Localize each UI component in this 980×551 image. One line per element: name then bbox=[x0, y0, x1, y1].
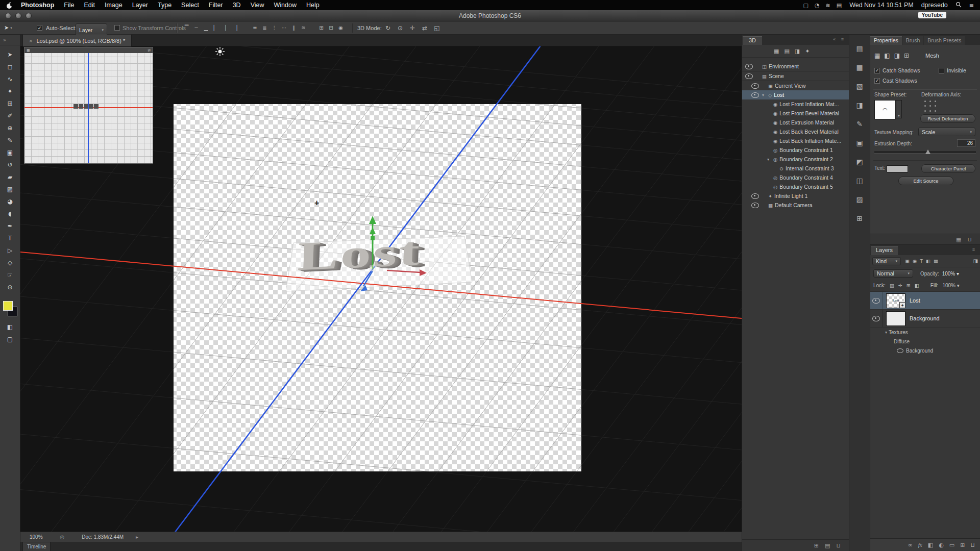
menu-status-icon-1[interactable]: ▢ bbox=[803, 2, 808, 9]
layer-visibility-eye-icon[interactable] bbox=[870, 310, 883, 327]
type-tool[interactable]: T bbox=[0, 232, 20, 244]
layer-filter-icon-3[interactable]: T bbox=[920, 258, 923, 264]
lock-icon-3[interactable]: ⊞ bbox=[906, 283, 911, 288]
align-icon-4[interactable]: ▏ bbox=[211, 25, 220, 31]
menu-item-photoshop[interactable]: Photoshop bbox=[21, 2, 54, 9]
document-canvas[interactable] bbox=[174, 104, 581, 471]
3d-filter-icon-4[interactable]: ✦ bbox=[805, 48, 810, 55]
3d-item-default-camera[interactable]: ▦Default Camera bbox=[742, 201, 849, 210]
menu-status-icon-3[interactable]: ≋ bbox=[826, 2, 830, 9]
timeline-tab[interactable]: Timeline bbox=[22, 542, 51, 551]
catch-shadows-checkbox[interactable]: ✓Catch Shadows bbox=[874, 67, 920, 73]
extrusion-depth-value[interactable]: 26 bbox=[957, 139, 975, 147]
tab-3d[interactable]: 3D bbox=[743, 36, 762, 45]
quick-mask-button[interactable]: ◧ bbox=[0, 321, 20, 333]
3d-mode-icon-2[interactable]: ⊙ bbox=[394, 24, 406, 32]
3d-item-lost-front-bevel-material[interactable]: ◉Lost Front Bevel Material bbox=[742, 109, 849, 118]
layers-footer-icon-7[interactable]: ⊔ bbox=[970, 542, 975, 548]
menu-item-edit[interactable]: Edit bbox=[84, 2, 95, 9]
align-icon-1[interactable]: ▔ bbox=[182, 25, 191, 31]
visibility-eye-icon[interactable] bbox=[745, 64, 753, 69]
visibility-eye-icon[interactable] bbox=[751, 83, 759, 89]
layer-name[interactable]: Background bbox=[910, 315, 940, 321]
3d-item-lost-back-inflation-mate[interactable]: ◉Lost Back Inflation Mate... bbox=[742, 136, 849, 145]
layer-name[interactable]: Lost bbox=[910, 297, 920, 304]
distribute-icon-6[interactable]: ≋ bbox=[299, 25, 308, 31]
3d-filter-icon-1[interactable]: ▦ bbox=[774, 48, 779, 55]
menu-item-help[interactable]: Help bbox=[306, 2, 320, 9]
blend-mode-dropdown[interactable]: Normal▾ bbox=[873, 269, 913, 278]
collapsed-panel-icon-7[interactable]: ◩ bbox=[849, 154, 870, 173]
invisible-checkbox[interactable]: Invisible bbox=[939, 67, 966, 73]
layer-thumbnail[interactable]: Lost ◆ bbox=[886, 293, 905, 308]
layers-footer-icon-2[interactable]: fx bbox=[918, 542, 922, 548]
menu-item-3d[interactable]: 3D bbox=[233, 2, 241, 9]
collapsed-panel-icon-2[interactable]: ▦ bbox=[849, 60, 870, 79]
distribute-icon-5[interactable]: ∥ bbox=[289, 25, 299, 31]
properties-footer-icon-2[interactable]: ⊔ bbox=[967, 236, 972, 243]
auto-align-icon-2[interactable]: ⊟ bbox=[326, 25, 336, 31]
3d-mode-icon-4[interactable]: ⇄ bbox=[419, 24, 431, 32]
expander-icon[interactable]: ▾ bbox=[884, 330, 889, 335]
3d-mode-icon-1[interactable]: ↻ bbox=[382, 24, 394, 32]
collapsed-panel-icon-9[interactable]: ▨ bbox=[849, 192, 870, 211]
mesh-view-icon-3[interactable]: ◨ bbox=[894, 52, 900, 59]
layer-filter-kind-dropdown[interactable]: Kind▾ bbox=[872, 257, 901, 265]
3d-mode-icon-3[interactable]: ✛ bbox=[406, 24, 419, 32]
layer-row-background[interactable]: Background bbox=[870, 310, 980, 328]
menu-item-filter[interactable]: Filter bbox=[209, 2, 223, 9]
layers-footer-icon-1[interactable]: ∞ bbox=[908, 542, 913, 548]
quick-selection-tool[interactable]: ✦ bbox=[0, 85, 20, 97]
visibility-eye-icon[interactable] bbox=[751, 193, 759, 199]
opacity-value[interactable]: 100% ▾ bbox=[942, 271, 959, 277]
texture-mapping-dropdown[interactable]: Scale▾ bbox=[918, 128, 975, 136]
marquee-tool[interactable]: ◻ bbox=[0, 61, 20, 73]
3d-item-boundary-constraint-2[interactable]: ▾◎Boundary Constraint 2 bbox=[742, 155, 849, 164]
properties-footer-icon-1[interactable]: ▦ bbox=[956, 236, 961, 243]
tab-properties[interactable]: Properties bbox=[870, 36, 902, 45]
healing-brush-tool[interactable]: ⊕ bbox=[0, 122, 20, 134]
layer-thumbnail[interactable] bbox=[886, 311, 905, 326]
tools-panel-collapse-icon[interactable]: » bbox=[0, 35, 20, 45]
3d-item-lost-back-bevel-material[interactable]: ◉Lost Back Bevel Material bbox=[742, 127, 849, 136]
hand-tool[interactable]: ☞ bbox=[0, 269, 20, 281]
deformation-axis-grid[interactable] bbox=[922, 99, 938, 113]
lock-icon-4[interactable]: ◧ bbox=[915, 283, 919, 288]
swap-views-icon[interactable]: ⇄ bbox=[148, 48, 151, 53]
3d-item-lost-front-inflation-mat[interactable]: ◉Lost Front Inflation Mat... bbox=[742, 99, 849, 109]
mesh-view-icon-2[interactable]: ◧ bbox=[884, 52, 890, 59]
layers-footer-icon-4[interactable]: ◐ bbox=[939, 542, 944, 548]
visibility-eye-icon[interactable] bbox=[745, 73, 753, 79]
edit-source-button[interactable]: Edit Source bbox=[898, 177, 953, 185]
brush-tool[interactable]: ✎ bbox=[0, 134, 20, 146]
align-icon-5[interactable]: │ bbox=[220, 25, 230, 31]
collapsed-panel-icon-5[interactable]: ✎ bbox=[849, 116, 870, 135]
textures-group-row[interactable]: ▾ Textures bbox=[870, 328, 980, 337]
align-icon-3[interactable]: ▁ bbox=[201, 25, 211, 31]
dodge-tool[interactable]: ◖ bbox=[0, 208, 20, 220]
layer-filter-icon-2[interactable]: ◉ bbox=[913, 258, 917, 264]
pen-tool[interactable]: ✒ bbox=[0, 220, 20, 232]
lasso-tool[interactable]: ∿ bbox=[0, 73, 20, 85]
3d-mode-icon-5[interactable]: ◱ bbox=[431, 24, 443, 32]
collapsed-panel-icon-6[interactable]: ▣ bbox=[849, 135, 870, 154]
layers-footer-icon-5[interactable]: ▭ bbox=[949, 542, 954, 548]
layers-menu-icon[interactable]: ≡ bbox=[972, 247, 977, 252]
gradient-tool[interactable]: ▨ bbox=[0, 183, 20, 195]
tab-close-icon[interactable]: × bbox=[29, 38, 32, 44]
collapsed-panel-icon-3[interactable]: ▧ bbox=[849, 79, 870, 97]
align-icon-2[interactable]: ─ bbox=[191, 25, 201, 31]
reset-deformation-button[interactable]: Reset Deformation bbox=[920, 114, 975, 123]
cast-shadows-checkbox[interactable]: ✓Cast Shadows bbox=[874, 78, 917, 84]
clone-stamp-tool[interactable]: ▣ bbox=[0, 146, 20, 159]
align-icon-6[interactable]: ▕ bbox=[230, 25, 240, 31]
menu-item-layer[interactable]: Layer bbox=[132, 2, 148, 9]
lock-icon-1[interactable]: ▨ bbox=[890, 283, 894, 288]
menu-user[interactable]: dpresedo bbox=[921, 2, 948, 9]
screen-mode-button[interactable]: ▢ bbox=[0, 333, 20, 345]
layer-filter-toggle-icon[interactable]: ◨ bbox=[973, 258, 978, 264]
layer-filter-icon-5[interactable]: ▦ bbox=[934, 258, 938, 264]
tab-brush[interactable]: Brush bbox=[902, 36, 923, 45]
3d-item-boundary-constraint-5[interactable]: ◎Boundary Constraint 5 bbox=[742, 182, 849, 191]
menu-clock[interactable]: Wed Nov 14 10:51 PM bbox=[849, 2, 914, 9]
